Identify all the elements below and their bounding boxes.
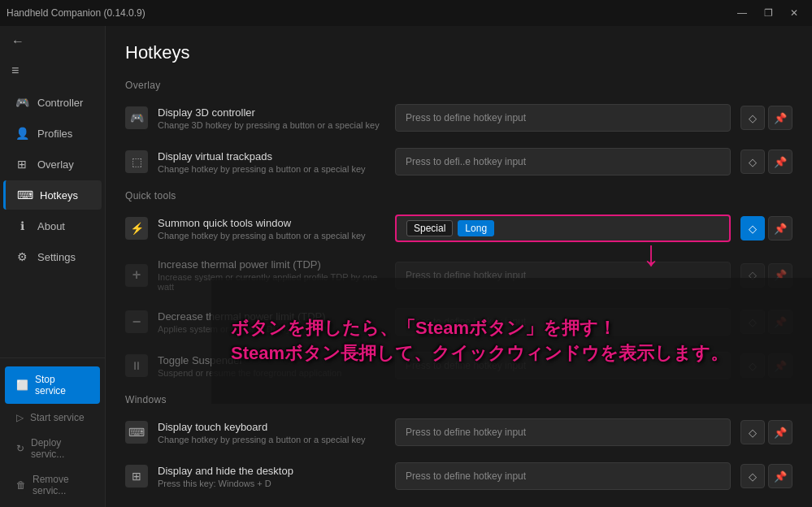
sidebar-item-controller[interactable]: 🎮 Controller — [3, 88, 102, 117]
overlay-icon: ⊞ — [15, 158, 29, 171]
display-hide-desktop-info: Display and hide the desktop Press this … — [158, 465, 385, 488]
window-controls: — ❐ ✕ — [731, 5, 805, 21]
display-touch-keyboard-pin[interactable]: 📌 — [768, 420, 792, 444]
sidebar-bottom: ⬜ Stop service ▷ Start service ↻ Deploy … — [0, 358, 105, 507]
titlebar: Handheld Companion (0.14.0.9) — ❐ ✕ — [0, 0, 812, 26]
hotkey-toggle-suspender: ⏸ Toggle Suspender Suspend or resume the… — [106, 344, 812, 388]
sidebar-item-label: Hotkeys — [40, 189, 78, 202]
display-hide-desktop-clear[interactable]: ◇ — [740, 464, 765, 488]
summon-quick-tools-pin[interactable]: 📌 — [768, 216, 792, 240]
hotkey-display-touch-keyboard: ⌨ Display touch keyboard Change hotkey b… — [106, 410, 812, 454]
display-3d-controller-input[interactable]: Press to define hotkey input — [395, 104, 731, 132]
quick-tools-section-label: Quick tools — [106, 184, 812, 206]
sidebar-item-hotkeys[interactable]: ⌨ Hotkeys — [3, 180, 102, 210]
sidebar-item-label: Overlay — [37, 158, 74, 171]
decrease-tdp-input[interactable]: Press to define hotkey input — [395, 308, 731, 336]
display-touch-keyboard-clear[interactable]: ◇ — [740, 420, 765, 444]
summon-quick-tools-icon: ⚡ — [125, 217, 148, 240]
menu-icon[interactable]: ≡ — [0, 57, 105, 84]
close-button[interactable]: ✕ — [783, 5, 805, 21]
display-hide-desktop-input-area: Press to define hotkey input — [395, 462, 731, 490]
minimize-button[interactable]: — — [731, 5, 753, 21]
app-title: Handheld Companion (0.14.0.9) — [7, 7, 145, 19]
controller-icon: 🎮 — [15, 96, 29, 109]
increase-tdp-input[interactable]: Press to define hotkey input — [395, 262, 731, 289]
display-3d-controller-pin[interactable]: 📌 — [768, 106, 792, 130]
sidebar-item-label: About — [37, 220, 65, 232]
display-virtual-trackpads-clear[interactable]: ◇ — [740, 150, 765, 174]
long-key-badge: Long — [458, 220, 494, 236]
deploy-service-button[interactable]: ↻ Deploy servic... — [5, 431, 100, 466]
stop-service-button[interactable]: ⬜ Stop service — [5, 366, 100, 404]
summon-quick-tools-input[interactable]: Special Long — [395, 214, 731, 242]
hotkey-display-virtual-trackpads: ⬚ Display virtual trackpads Change hotke… — [106, 140, 812, 184]
toggle-suspender-icon: ⏸ — [125, 354, 148, 377]
sidebar-item-label: Controller — [37, 97, 83, 109]
back-button[interactable]: ← — [0, 26, 105, 57]
decrease-tdp-clear[interactable]: ◇ — [740, 310, 765, 334]
remove-service-icon: 🗑 — [16, 479, 26, 491]
remove-service-label: Remove servic... — [33, 474, 89, 496]
increase-tdp-desc: Increase system or currently applied pro… — [158, 272, 385, 292]
page-title: Hotkeys — [125, 42, 189, 63]
display-virtual-trackpads-name: Display virtual trackpads — [158, 150, 385, 162]
restore-button[interactable]: ❐ — [757, 5, 779, 21]
toggle-suspender-input[interactable]: Press to define hotkey input — [395, 352, 731, 379]
display-virtual-trackpads-icon: ⬚ — [125, 150, 148, 173]
display-hide-desktop-pin[interactable]: 📌 — [768, 464, 792, 488]
summon-quick-tools-clear[interactable]: ◇ — [740, 216, 765, 240]
display-virtual-trackpads-pin[interactable]: 📌 — [768, 150, 792, 174]
toggle-suspender-actions: ◇ 📌 — [740, 353, 792, 378]
display-touch-keyboard-info: Display touch keyboard Change hotkey by … — [158, 421, 385, 444]
display-3d-controller-clear[interactable]: ◇ — [740, 106, 765, 130]
hotkey-summon-quick-tools: ⚡ Summon quick tools window Change hotke… — [106, 206, 812, 250]
start-service-icon: ▷ — [16, 412, 24, 423]
overlay-section-label: Overlay — [106, 73, 812, 96]
display-hide-desktop-input[interactable]: Press to define hotkey input — [395, 462, 731, 490]
sidebar-item-overlay[interactable]: ⊞ Overlay — [3, 150, 102, 179]
start-service-label: Start service — [30, 412, 85, 423]
app-body: ← ≡ 🎮 Controller 👤 Profiles ⊞ Overlay ⌨ … — [0, 26, 812, 507]
summon-quick-tools-info: Summon quick tools window Change hotkey … — [158, 217, 385, 240]
decrease-tdp-name: Decrease thermal power limit (TDP) — [158, 310, 385, 323]
increase-tdp-input-area: Press to define hotkey input — [395, 262, 731, 289]
increase-tdp-actions: ◇ 📌 — [740, 263, 792, 288]
special-key-badge: Special — [406, 220, 453, 236]
increase-tdp-name: Increase thermal power limit (TDP) — [158, 258, 385, 271]
main-content: Hotkeys Overlay 🎮 Display 3D controller … — [106, 26, 812, 507]
display-hide-desktop-actions: ◇ 📌 — [740, 464, 792, 488]
remove-service-button[interactable]: 🗑 Remove servic... — [5, 467, 100, 503]
sidebar-nav: 🎮 Controller 👤 Profiles ⊞ Overlay ⌨ Hotk… — [0, 84, 105, 358]
toggle-suspender-pin[interactable]: 📌 — [768, 353, 792, 378]
display-3d-controller-name: Display 3D controller — [158, 106, 385, 119]
sidebar-item-about[interactable]: ℹ About — [3, 211, 102, 240]
decrease-tdp-info: Decrease thermal power limit (TDP) Appli… — [158, 310, 385, 334]
stop-service-label: Stop service — [35, 374, 89, 396]
sidebar-item-settings[interactable]: ⚙ Settings — [3, 242, 102, 271]
hotkey-decrease-tdp: − Decrease thermal power limit (TDP) App… — [106, 300, 812, 344]
hotkey-display-3d-controller: 🎮 Display 3D controller Change 3D hotkey… — [106, 96, 812, 140]
summon-quick-tools-key-content: Special Long — [406, 220, 494, 236]
settings-icon: ⚙ — [15, 250, 29, 263]
toggle-suspender-input-area: Press to define hotkey input — [395, 352, 731, 379]
sidebar-item-profiles[interactable]: 👤 Profiles — [3, 119, 102, 148]
display-touch-keyboard-input[interactable]: Press to define hotkey input — [395, 418, 731, 446]
display-virtual-trackpads-desc: Change hotkey by pressing a button or a … — [158, 164, 385, 174]
display-hide-desktop-name: Display and hide the desktop — [158, 465, 385, 477]
display-virtual-trackpads-input[interactable]: Press to defi..e hotkey input — [395, 148, 731, 176]
decrease-tdp-input-area: Press to define hotkey input — [395, 308, 731, 336]
display-3d-controller-desc: Change 3D hotkey by pressing a button or… — [158, 120, 385, 130]
decrease-tdp-pin[interactable]: 📌 — [768, 310, 792, 334]
increase-tdp-clear[interactable]: ◇ — [740, 263, 765, 288]
sidebar-item-label: Profiles — [37, 128, 72, 140]
display-virtual-trackpads-info: Display virtual trackpads Change hotkey … — [158, 150, 385, 174]
display-virtual-trackpads-actions: ◇ 📌 — [740, 150, 792, 174]
increase-tdp-pin[interactable]: 📌 — [768, 263, 792, 288]
display-touch-keyboard-name: Display touch keyboard — [158, 421, 385, 433]
decrease-tdp-desc: Applies system or curre... TDP by one wa… — [158, 324, 385, 334]
display-touch-keyboard-desc: Change hotkey by pressing a button or a … — [158, 435, 385, 444]
start-service-button[interactable]: ▷ Start service — [5, 405, 100, 430]
display-3d-controller-input-area: Press to define hotkey input — [395, 104, 731, 132]
toggle-suspender-clear[interactable]: ◇ — [740, 353, 765, 378]
decrease-tdp-actions: ◇ 📌 — [740, 310, 792, 334]
